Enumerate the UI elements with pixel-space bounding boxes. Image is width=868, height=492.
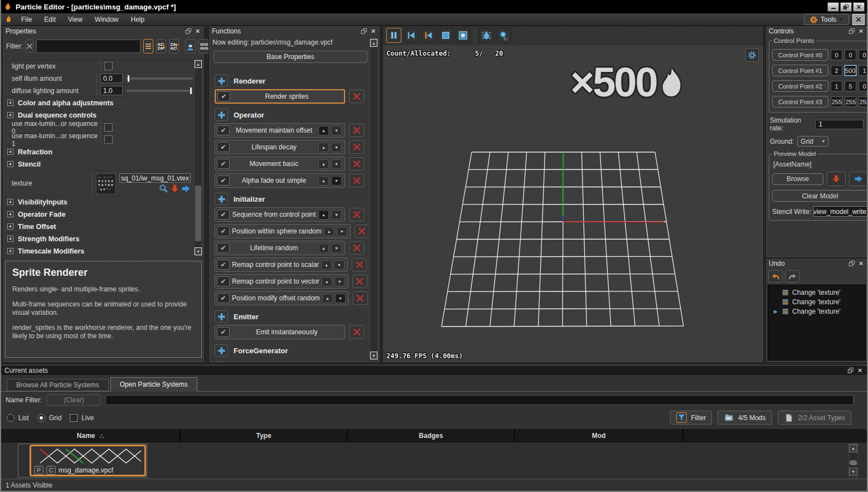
model-goto-button[interactable]: [849, 172, 868, 186]
properties-filter-input[interactable]: [36, 40, 140, 53]
expand-icon[interactable]: +: [7, 100, 13, 106]
cp2-z-field[interactable]: 0: [859, 81, 868, 91]
function-item[interactable]: ✔ Remap control point to scalar ▲▼: [215, 257, 348, 272]
delete-function-button[interactable]: [349, 325, 364, 339]
scroll-up-icon[interactable]: ▲: [195, 60, 202, 68]
delete-function-button[interactable]: [349, 241, 364, 255]
delete-function-button[interactable]: [353, 291, 368, 305]
control-point-3-button[interactable]: Control Point #3: [772, 96, 828, 108]
sort-ascending-button[interactable]: [156, 39, 166, 53]
tab-browse-all-particle-systems[interactable]: Browse All Particle Systems: [7, 379, 109, 391]
tab-open-particle-systems[interactable]: Open Particle Systems: [110, 377, 197, 392]
binary-view-button[interactable]: [198, 39, 209, 53]
tools-button[interactable]: Tools ▼: [804, 14, 849, 25]
texture-import-icon[interactable]: [170, 184, 180, 193]
float-panel-icon[interactable]: [848, 260, 855, 267]
undo-button[interactable]: [768, 270, 783, 282]
function-item[interactable]: ✔ Lifetime random ▲▼: [215, 241, 345, 255]
float-panel-icon[interactable]: [185, 28, 192, 35]
browse-model-button[interactable]: Browse: [772, 173, 823, 185]
function-item[interactable]: ✔ Movement basic ▲▼: [215, 157, 345, 171]
simulation-rate-input[interactable]: 1: [815, 120, 864, 129]
section-visibility-inputs[interactable]: +VisibilityInputs: [5, 196, 193, 208]
model-import-button[interactable]: [827, 172, 846, 186]
close-panel-icon[interactable]: ×: [370, 28, 377, 35]
undo-entry[interactable]: Change 'texture': [768, 288, 865, 297]
close-window-button[interactable]: [853, 2, 865, 12]
expand-icon[interactable]: +: [7, 149, 13, 155]
assets-scrollbar[interactable]: ▲ ▼: [848, 444, 858, 478]
section-operator-fade[interactable]: +Operator Fade: [5, 208, 193, 221]
close-panel-icon[interactable]: ×: [857, 260, 865, 267]
enabled-checkbox[interactable]: ✔: [217, 260, 230, 270]
self-illum-amount-slider[interactable]: [126, 77, 193, 80]
mods-button[interactable]: 4/5 Mods: [717, 411, 772, 425]
column-header-type[interactable]: Type: [181, 429, 348, 442]
cp3-y-field[interactable]: 255: [845, 96, 856, 107]
move-down-icon[interactable]: ▼: [331, 126, 342, 135]
clear-filter-button[interactable]: [26, 40, 33, 53]
expand-icon[interactable]: +: [7, 112, 13, 118]
move-up-icon[interactable]: ▲: [322, 277, 332, 286]
asset-item-selected[interactable]: P C msg_damage.vpcf: [30, 445, 146, 476]
column-header-name[interactable]: Name △: [1, 429, 181, 442]
functions-scrollbar[interactable]: ▲ ▼: [370, 38, 378, 360]
base-properties-button[interactable]: Base Properties: [214, 51, 367, 63]
cp3-z-field[interactable]: 255: [859, 96, 868, 107]
function-item[interactable]: ✔ Lifespan decay ▲▼: [215, 140, 345, 154]
section-time-offset[interactable]: +Time Offset: [5, 221, 193, 233]
add-initializer-button[interactable]: [215, 193, 228, 205]
undo-entry[interactable]: Change 'texture': [768, 297, 865, 306]
delete-function-button[interactable]: [355, 225, 368, 238]
enabled-checkbox[interactable]: ✔: [217, 142, 230, 152]
scroll-down-icon[interactable]: ▼: [849, 467, 857, 476]
list-view-button[interactable]: [143, 39, 153, 53]
close-panel-icon[interactable]: ×: [194, 28, 201, 35]
add-constraint-button[interactable]: [215, 362, 228, 362]
move-up-icon[interactable]: ▲: [318, 126, 329, 135]
expand-icon[interactable]: +: [7, 248, 13, 254]
enabled-checkbox[interactable]: ✔: [217, 125, 230, 135]
expand-icon[interactable]: +: [7, 199, 13, 205]
scrollbar-thumb[interactable]: [850, 460, 857, 465]
section-color-alpha[interactable]: +Color and alpha adjustments: [5, 97, 193, 109]
enabled-checkbox[interactable]: ✔: [217, 293, 230, 303]
menu-window[interactable]: Window: [89, 14, 125, 25]
expand-icon[interactable]: +: [7, 211, 13, 217]
cp1-x-field[interactable]: 2: [831, 65, 842, 76]
delete-function-button[interactable]: [349, 157, 364, 171]
close-panel-icon[interactable]: ×: [856, 367, 864, 374]
add-renderer-button[interactable]: [215, 75, 228, 87]
grid-view-radio[interactable]: [37, 414, 45, 422]
delete-function-button[interactable]: [349, 140, 364, 154]
use-max-lumin-seq0-checkbox[interactable]: [104, 123, 113, 131]
minimize-button[interactable]: [827, 2, 839, 12]
spy-filter-button[interactable]: [185, 39, 196, 53]
function-item[interactable]: ✔ Remap control point to vector ▲▼: [215, 274, 348, 289]
enabled-checkbox[interactable]: ✔: [217, 226, 230, 236]
self-illum-amount-input[interactable]: 0.0: [100, 74, 123, 83]
delete-function-button[interactable]: [349, 90, 364, 103]
asset-types-button[interactable]: 2/2 Asset Types: [778, 411, 852, 425]
delete-function-button[interactable]: [349, 124, 364, 137]
diffuse-lighting-amount-slider[interactable]: [126, 90, 193, 92]
scroll-down-icon[interactable]: ▼: [370, 352, 377, 359]
menu-file[interactable]: File: [15, 14, 38, 25]
cp0-y-field[interactable]: 0: [845, 50, 856, 60]
control-point-2-button[interactable]: Control Point #2: [772, 80, 828, 92]
expand-icon[interactable]: +: [7, 223, 13, 230]
preview-viewport[interactable]: Count/Allocated: 5/ 20 ×500 249.76 FPS (…: [382, 26, 764, 363]
delete-function-button[interactable]: [349, 174, 364, 187]
list-view-radio[interactable]: [7, 414, 14, 422]
delete-function-button[interactable]: [352, 258, 367, 271]
scroll-down-icon[interactable]: ▼: [195, 247, 202, 255]
enabled-checkbox[interactable]: ✔: [217, 91, 230, 101]
cp2-x-field[interactable]: 1: [831, 81, 842, 91]
float-panel-icon[interactable]: [847, 367, 854, 374]
section-strength-modifiers[interactable]: +Strength Modifiers: [5, 233, 193, 245]
texture-path-field[interactable]: sq_01/iw_msg_01.vtex: [119, 173, 191, 183]
function-item[interactable]: ✔ Position modify offset random ▲▼: [215, 291, 349, 305]
scroll-up-icon[interactable]: ▲: [370, 39, 377, 47]
control-point-1-button[interactable]: Control Point #1: [772, 65, 828, 76]
section-refraction[interactable]: +Refraction: [5, 146, 193, 158]
